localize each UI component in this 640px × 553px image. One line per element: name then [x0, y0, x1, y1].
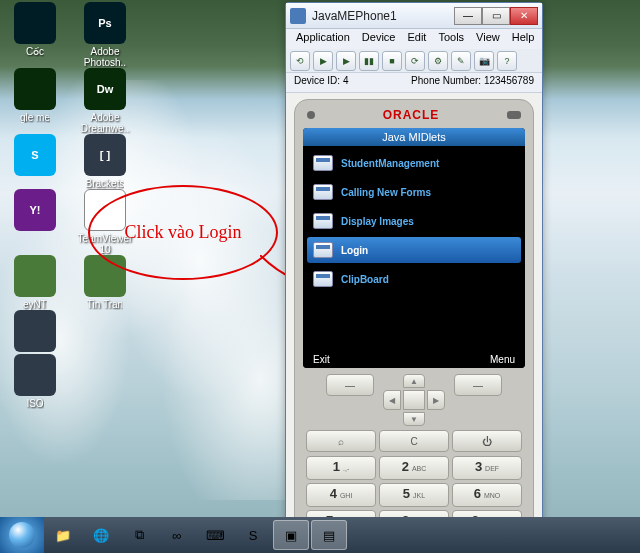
minimize-button[interactable]: — [454, 7, 482, 25]
midlet-icon [313, 242, 333, 258]
dpad-center[interactable] [403, 390, 425, 410]
taskbar-app-1[interactable]: 🌐 [83, 520, 119, 550]
emulator-window: JavaMEPhone1 — ▭ ✕ ApplicationDeviceEdit… [285, 2, 543, 547]
taskbar-app-5[interactable]: S [235, 520, 271, 550]
taskbar-app-4[interactable]: ⌨ [197, 520, 233, 550]
app-tile-icon: S [14, 134, 56, 176]
taskbar-app-0[interactable]: 📁 [45, 520, 81, 550]
camera-icon [507, 111, 521, 119]
toolbar-button-7[interactable]: ✎ [451, 51, 471, 71]
phone-screen: Java MIDlets StudentManagementCalling Ne… [303, 128, 525, 368]
earpiece-icon [307, 111, 315, 119]
key-2[interactable]: 2ABC [379, 456, 449, 480]
phone-number: Phone Number: 123456789 [411, 75, 534, 90]
app-tile-icon: Ps [84, 2, 126, 44]
taskbar-app-7[interactable]: ▤ [311, 520, 347, 550]
app-tile-icon: [ ] [84, 134, 126, 176]
keypad: — ▲ ▼ ◀ ▶ — ⌕ C ⏻ [303, 368, 525, 534]
midlet-icon [313, 271, 333, 287]
dpad-right[interactable]: ▶ [427, 390, 445, 410]
soft-right-button[interactable]: — [454, 374, 502, 396]
annotation-text: Click vào Login [125, 222, 242, 243]
desktop-icon[interactable]: ISO [4, 354, 66, 409]
midlet-icon [313, 155, 333, 171]
softkey-right[interactable]: Menu [490, 354, 515, 365]
desktop-icon[interactable] [4, 310, 66, 354]
titlebar[interactable]: JavaMEPhone1 — ▭ ✕ [286, 3, 542, 29]
toolbar-button-3[interactable]: ▮▮ [359, 51, 379, 71]
icon-label: Adobe Photosh.. [75, 46, 135, 68]
midlet-item[interactable]: Login [307, 237, 521, 263]
midlet-label: Login [341, 245, 368, 256]
windows-orb-icon [9, 522, 35, 548]
key-4[interactable]: 4GHI [306, 483, 376, 507]
taskbar: 📁🌐⧉∞⌨S▣▤ [0, 517, 640, 553]
desktop-icon[interactable]: Cốc [4, 2, 66, 68]
clear-button[interactable]: C [379, 430, 449, 452]
menu-edit[interactable]: Edit [403, 31, 430, 47]
app-tile-icon [14, 354, 56, 396]
key-3[interactable]: 3DEF [452, 456, 522, 480]
key-1[interactable]: 1.,- [306, 456, 376, 480]
midlet-item[interactable]: StudentManagement [307, 150, 521, 176]
phone-face: ORACLE Java MIDlets StudentManagementCal… [294, 99, 534, 546]
call-button[interactable]: ⌕ [306, 430, 376, 452]
desktop-background: CốcPsAdobe Photosh..gle meDwAdobe Dreamw… [0, 0, 640, 553]
annotation-circle: Click vào Login [88, 185, 278, 280]
icon-label: gle me [20, 112, 50, 123]
key-6[interactable]: 6MNO [452, 483, 522, 507]
menu-application[interactable]: Application [292, 31, 354, 47]
toolbar-button-5[interactable]: ⟳ [405, 51, 425, 71]
window-title: JavaMEPhone1 [312, 9, 454, 23]
midlet-item[interactable]: Calling New Forms [307, 179, 521, 205]
start-button[interactable] [0, 517, 44, 553]
toolbar: ⟲▶▶▮▮■⟳⚙✎📷? [286, 49, 542, 73]
icon-label: Brackets [86, 178, 125, 189]
midlet-label: StudentManagement [341, 158, 439, 169]
desktop-icon[interactable]: eyNT [4, 255, 66, 310]
dpad-left[interactable]: ◀ [383, 390, 401, 410]
midlet-icon [313, 213, 333, 229]
midlet-label: Display Images [341, 216, 414, 227]
dpad-down[interactable]: ▼ [403, 412, 425, 426]
taskbar-app-2[interactable]: ⧉ [121, 520, 157, 550]
menu-view[interactable]: View [472, 31, 504, 47]
icon-label: ISO [26, 398, 43, 409]
desktop-icon[interactable]: gle me [4, 68, 66, 134]
menu-device[interactable]: Device [358, 31, 400, 47]
close-button[interactable]: ✕ [510, 7, 538, 25]
toolbar-button-1[interactable]: ▶ [313, 51, 333, 71]
midlet-icon [313, 184, 333, 200]
toolbar-button-8[interactable]: 📷 [474, 51, 494, 71]
menu-tools[interactable]: Tools [434, 31, 468, 47]
toolbar-button-4[interactable]: ■ [382, 51, 402, 71]
dpad: ▲ ▼ ◀ ▶ [377, 374, 451, 426]
icon-label: Adobe Dreamwe.. [75, 112, 135, 134]
taskbar-app-3[interactable]: ∞ [159, 520, 195, 550]
softkey-left[interactable]: Exit [313, 354, 330, 365]
desktop-icon[interactable]: [ ]Brackets [74, 134, 136, 189]
midlet-list: StudentManagementCalling New FormsDispla… [303, 146, 525, 351]
desktop-icon[interactable]: Y! [4, 189, 66, 255]
menu-help[interactable]: Help [508, 31, 539, 47]
desktop-icon[interactable]: PsAdobe Photosh.. [74, 2, 136, 68]
desktop-icon[interactable]: DwAdobe Dreamwe.. [74, 68, 136, 134]
icon-label: Tin Tran [87, 299, 123, 310]
toolbar-button-2[interactable]: ▶ [336, 51, 356, 71]
toolbar-button-9[interactable]: ? [497, 51, 517, 71]
maximize-button[interactable]: ▭ [482, 7, 510, 25]
midlet-label: ClipBoard [341, 274, 389, 285]
icon-label: Cốc [26, 46, 44, 57]
toolbar-button-0[interactable]: ⟲ [290, 51, 310, 71]
taskbar-app-6[interactable]: ▣ [273, 520, 309, 550]
midlet-item[interactable]: Display Images [307, 208, 521, 234]
toolbar-button-6[interactable]: ⚙ [428, 51, 448, 71]
end-button[interactable]: ⏻ [452, 430, 522, 452]
desktop-icon[interactable]: S [4, 134, 66, 189]
soft-left-button[interactable]: — [326, 374, 374, 396]
dpad-up[interactable]: ▲ [403, 374, 425, 388]
key-5[interactable]: 5JKL [379, 483, 449, 507]
app-tile-icon [14, 255, 56, 297]
infobar: Device ID: 4 Phone Number: 123456789 [286, 73, 542, 93]
midlet-item[interactable]: ClipBoard [307, 266, 521, 292]
